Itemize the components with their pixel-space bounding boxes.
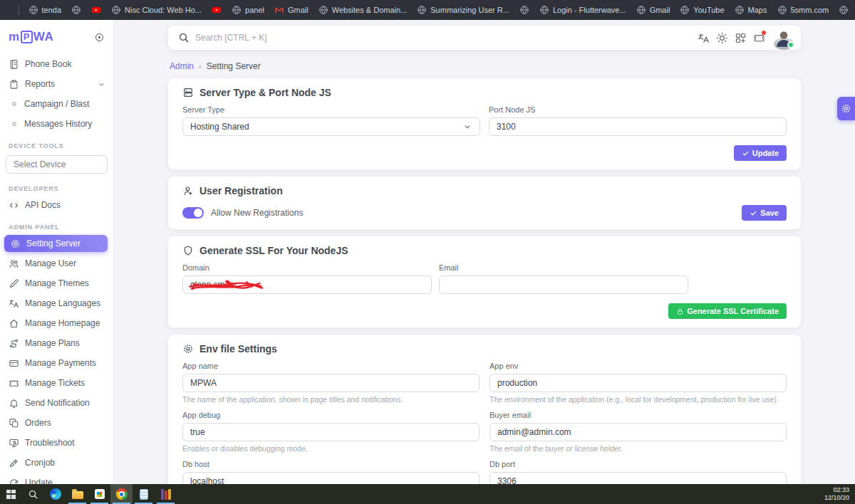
sidebar-item-campaign-blast[interactable]: Campaign / Blast [0,94,113,114]
floating-settings-button[interactable] [837,97,855,120]
bookmark-item[interactable]: Login - Flutterwave... [534,3,631,17]
apps-grid-icon[interactable] [9,5,10,15]
db-port-label: Db port [489,460,787,468]
chevron-down-icon [97,80,106,89]
app-env-input[interactable] [489,374,787,392]
email-input[interactable] [439,275,688,294]
bookmark-item[interactable]: tenda [24,3,67,17]
bookmark-item[interactable] [207,3,227,17]
update-button[interactable]: Update [734,145,787,161]
app-name-input[interactable] [182,374,480,392]
server-icon [182,87,194,98]
sidebar-item-send-notification[interactable]: Send Notification [0,393,113,413]
bookmark-item[interactable]: Nisc Cloud: Web Ho... [106,3,207,17]
taskbar-chrome-button[interactable] [110,484,133,504]
user-plus-icon [182,185,194,196]
sidebar-item-update[interactable]: Update [0,473,113,484]
sidebar-item-manage-user[interactable]: Manage User [0,253,113,273]
bookmark-item[interactable]: Maps [730,3,772,17]
port-node-input[interactable] [489,117,787,136]
language-switch-button[interactable] [694,28,712,47]
bookmark-item[interactable]: 5smm.com [772,3,834,17]
circle-icon [10,120,19,128]
sidebar-item-manage-languages[interactable]: Manage Languages [0,293,113,313]
globe-icon [232,5,242,15]
taskbar-store-button[interactable] [88,484,110,504]
taskbar-clock[interactable]: 02:33 12/10/20 [824,484,855,504]
users-icon [9,258,19,269]
search-input[interactable] [195,33,694,43]
route-icon [9,338,19,349]
user-avatar[interactable] [774,28,794,48]
bookmark-item[interactable]: panel [227,3,269,17]
buyer-email-input[interactable] [489,423,787,441]
mpwa-logo[interactable]: mPWA [9,30,53,44]
generate-ssl-button[interactable]: Generate SSL Certificate [668,303,787,319]
globe-icon [71,5,81,15]
card-title-text: Generate SSL For Your NodeJS [200,245,348,256]
bookmark-label: tenda [42,6,62,14]
bookmark-item[interactable]: Websites & Domain... [314,3,413,17]
bookmark-item[interactable]: YouTube [675,3,729,17]
domain-input[interactable] [182,275,432,294]
bookmark-label: Gmail [650,6,670,14]
taskbar-notepad-button[interactable] [133,484,155,504]
server-type-select[interactable]: Hosting Shared [182,117,480,136]
sidebar-item-manage-payments[interactable]: Manage Payments [0,353,113,373]
db-host-input[interactable] [182,472,480,484]
sidebar-item-manage-tickets[interactable]: Manage Tickets [0,373,113,393]
bookmark-item[interactable] [514,3,534,17]
sidebar-item-reports[interactable]: Reports [0,74,113,94]
breadcrumb-admin-link[interactable]: Admin [170,61,194,71]
sidebar-item-orders[interactable]: Orders [0,413,113,433]
windows-taskbar: 02:33 12/10/20 [0,484,855,504]
bookmark-item[interactable]: Gmail [631,3,675,17]
globe-icon [417,5,427,15]
bookmark-label: Nisc Cloud: Web Ho... [125,6,202,14]
taskbar-search-button[interactable] [22,484,44,504]
sidebar-item-phone-book[interactable]: Phone Book [0,54,113,74]
clipboard-icon [9,79,19,90]
theme-toggle-button[interactable] [712,28,731,47]
sidebar-item-label: Setting Server [26,238,81,248]
sidebar-item-messages-history[interactable]: Messages History [0,114,113,134]
clock-date: 12/10/20 [824,494,849,502]
sidebar-item-api-docs[interactable]: API Docs [0,195,113,215]
bookmark-item[interactable] [86,3,106,17]
sidebar-item-setting-server[interactable]: Setting Server [4,235,108,252]
start-button[interactable] [0,484,22,504]
sidebar-item-manage-plans[interactable]: Manage Plans [0,333,113,353]
sidebar-item-cronjob[interactable]: Cronjob [0,453,113,473]
card-title-text: Server Type & Port Node JS [200,87,331,98]
divider [19,5,19,15]
bookmark-item[interactable] [834,3,854,17]
bookmark-item[interactable] [66,3,86,17]
circle-icon [10,100,19,108]
sidebar-item-manage-themes[interactable]: Manage Themes [0,273,113,293]
check-icon [742,149,750,157]
save-button[interactable]: Save [742,205,787,221]
globe-icon [839,5,849,15]
taskbar-winrar-button[interactable] [155,484,177,504]
sidebar-pin-icon[interactable] [94,32,105,43]
shortcuts-button[interactable] [731,28,750,47]
sidebar-item-label: Manage Languages [25,298,100,308]
sidebar-item-manage-homepage[interactable]: Manage Homepage [0,313,113,333]
buyer-email-help: The email of the buyer or license holder… [489,444,787,453]
select-device-dropdown[interactable]: Select Device [6,155,108,174]
bookmark-label: Gmail [288,6,309,14]
pencil-icon [9,458,19,468]
allow-registrations-toggle[interactable] [182,207,204,219]
notifications-button[interactable] [750,28,768,47]
bookmark-item[interactable]: Gmail [269,3,314,17]
sidebar-item-label: Phone Book [25,59,71,69]
taskbar-edge-button[interactable] [44,484,66,504]
sidebar-item-troubleshoot[interactable]: Troubleshoot [0,433,113,453]
db-port-input[interactable] [489,472,787,484]
bookmark-item[interactable]: Summarizing User R... [412,3,514,17]
buyer-email-label: Buyer email [489,411,787,419]
taskbar-file-explorer-button[interactable] [66,484,88,504]
sidebar-item-label: Reports [25,79,55,89]
domain-label: Domain [182,263,432,272]
app-debug-input[interactable] [182,423,480,441]
